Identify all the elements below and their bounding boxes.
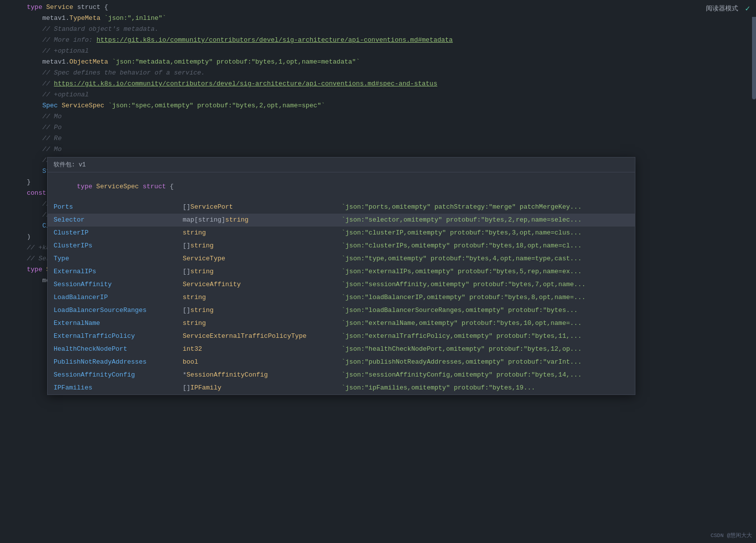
tooltip-type-name: string [225,216,249,224]
tooltip-title: type ServiceSpec struct { [48,172,635,201]
tooltip-tag: `json:"loadBalancerSourceRanges,omitempt… [342,306,629,315]
code-token: // Spec defines the behavior of a servic… [27,69,205,77]
tooltip-header: 软件包: v1 [48,157,635,172]
tooltip-row[interactable]: LoadBalancerIPstring`json:"loadBalancerI… [48,291,635,304]
code-token: // Re [27,135,62,142]
tooltip-row[interactable]: TypeServiceType`json:"type,omitempty" pr… [48,252,635,265]
code-line: // +optional [0,89,756,100]
tooltip-type: []string [183,306,342,315]
tooltip-row[interactable]: LoadBalancerSourceRanges[]string`json:"l… [48,304,635,317]
code-token [27,222,42,230]
code-token: // [27,80,54,87]
tooltip-type-name: string [183,229,206,236]
code-token: type [27,3,46,11]
tooltip-field: Ports [54,202,183,212]
tooltip-type: []ServicePort [183,202,342,212]
tooltip-type: []string [183,241,342,251]
line-content: // Spec defines the behavior of a servic… [27,68,752,78]
tooltip-type-name: IPFamily [191,384,221,391]
tooltip-tag: `json:"externalTrafficPolicy,omitempty" … [342,331,629,341]
tooltip-tag: `json:"clusterIPs,omitempty" protobuf:"b… [342,241,629,251]
top-bar: 阅读器模式 ✓ [697,0,756,17]
code-link[interactable]: https://git.k8s.io/community/contributor… [54,80,437,87]
tooltip-row[interactable]: SessionAffinityConfig*SessionAffinityCon… [48,369,635,382]
code-editor: 阅读器模式 ✓ type Service struct { metav1.Typ… [0,0,756,543]
code-line: // Po [0,122,756,133]
line-content: // More info: https://git.k8s.io/communi… [27,35,752,46]
code-token: // Standard object's metadata. [27,25,158,33]
tooltip-type: []string [183,267,342,277]
kw-type: type [77,183,96,190]
scrollbar[interactable] [752,0,756,543]
code-token: ServiceSpec [62,102,104,109]
line-content: type Service struct { [27,2,752,13]
code-line: // Mo [0,144,756,155]
code-token: // +optional [27,47,89,55]
csdn-watermark: CSDN @慧闲大大 [710,532,752,539]
tooltip-row[interactable]: IPFamilies[]IPFamily`json:"ipFamilies,om… [48,382,635,394]
tooltip-type-name: ServiceType [183,255,225,262]
code-line: metav1.ObjectMeta `json:"metadata,omitem… [0,57,756,68]
tooltip-row[interactable]: Selectormap[string]string`json:"selector… [48,214,635,227]
tooltip-tag: `json:"ipFamilies,omitempty" protobuf:"b… [342,383,629,393]
struct-kw: struct [142,183,170,190]
code-token: ObjectMeta [69,58,108,66]
tooltip-row[interactable]: ExternalTrafficPolicyServiceExternalTraf… [48,330,635,343]
tooltip-type-name: string [191,307,214,314]
tooltip-tag: `json:"externalName,omitempty" protobuf:… [342,318,629,328]
tooltip-type: string [183,318,342,328]
tooltip-row[interactable]: HealthCheckNodePortint32`json:"healthChe… [48,343,635,356]
tooltip-type-name: SessionAffinityConfig [187,371,268,379]
tooltip-tag: `json:"selector,omitempty" protobuf:"byt… [342,215,629,225]
line-content: // +optional [27,46,752,57]
tooltip-row[interactable]: ExternalIPs[]string`json:"externalIPs,om… [48,265,635,278]
tooltip-type: int32 [183,344,342,354]
brace-open: { [170,183,174,190]
code-link[interactable]: https://git.k8s.io/community/contributor… [96,36,453,44]
tooltip-field: Selector [54,215,183,225]
tooltip-row[interactable]: SessionAffinityServiceAffinity`json:"ses… [48,278,635,291]
tooltip-field: ExternalName [54,318,183,328]
tooltip-type-name: string [183,294,206,301]
code-line: // Spec defines the behavior of a servic… [0,68,756,78]
type-name: ServiceSpec [96,183,143,190]
tooltip-row[interactable]: ExternalNamestring`json:"externalName,om… [48,317,635,330]
tooltip-type-name: bool [183,358,198,366]
code-token: Service [46,3,77,11]
tooltip-type: []IPFamily [183,383,342,393]
tooltip-field: ExternalIPs [54,267,183,277]
code-line: Spec ServiceSpec `json:"spec,omitempty" … [0,100,756,111]
tooltip-type-name: string [191,242,214,249]
code-token: // +optional [27,91,89,98]
code-token: `json:"spec,omitempty" protobuf:"bytes,2… [104,102,325,109]
tooltip-tag: `json:"type,omitempty" protobuf:"bytes,4… [342,254,629,264]
autocomplete-popup: 软件包: v1 type ServiceSpec struct { Ports[… [47,157,635,395]
tooltip-field: ClusterIP [54,228,183,238]
tooltip-field: ClusterIPs [54,241,183,251]
reader-mode-button[interactable]: 阅读器模式 [703,3,741,14]
tooltip-type: map[string]string [183,215,342,225]
check-icon: ✓ [745,3,750,13]
code-line: // +optional [0,46,756,57]
line-content: // Standard object's metadata. [27,24,752,35]
tooltip-type: ServiceAffinity [183,280,342,290]
tooltip-row[interactable]: PublishNotReadyAddressesbool`json:"publi… [48,356,635,369]
tooltip-row[interactable]: ClusterIPstring`json:"clusterIP,omitempt… [48,227,635,239]
line-content: // Mo [27,144,752,155]
line-content: // Mo [27,111,752,122]
code-token: type [27,266,46,273]
code-token: `json:",inline"` [100,14,166,22]
tooltip-field: SessionAffinityConfig [54,370,183,380]
tooltip-tag: `json:"sessionAffinityConfig,omitempty" … [342,370,629,380]
line-content: metav1.ObjectMeta `json:"metadata,omitem… [27,57,752,68]
code-token: // Po [27,124,62,131]
tooltip-field: LoadBalancerIP [54,293,183,303]
tooltip-tag: `json:"publishNotReadyAddresses,omitempt… [342,357,629,367]
code-line: // https://git.k8s.io/community/contribu… [0,78,756,89]
line-content: metav1.TypeMeta `json:",inline"` [27,13,752,24]
tooltip-row[interactable]: ClusterIPs[]string`json:"clusterIPs,omit… [48,239,635,252]
tooltip-field: SessionAffinity [54,280,183,290]
line-content: // +optional [27,89,752,100]
tooltip-tag: `json:"loadBalancerIP,omitempty" protobu… [342,293,629,303]
tooltip-row[interactable]: Ports[]ServicePort`json:"ports,omitempty… [48,201,635,214]
